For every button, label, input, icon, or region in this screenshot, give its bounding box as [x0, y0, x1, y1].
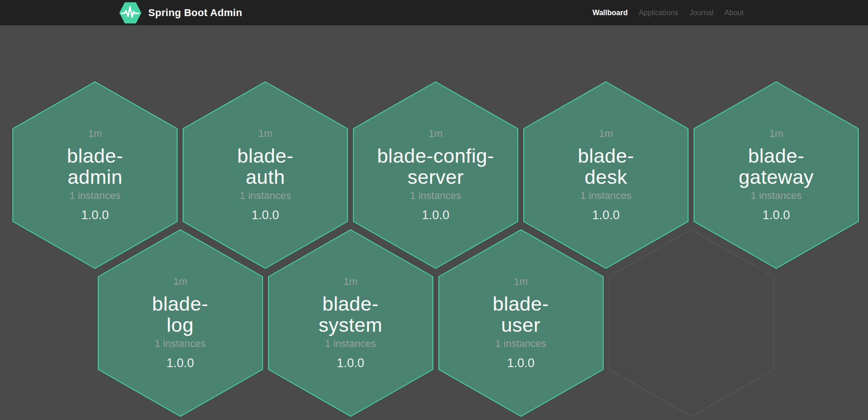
main-nav: WallboardApplicationsJournalAbout — [593, 9, 744, 17]
app-hexagon-blade-system[interactable]: 1mblade-system1 instances1.0.0 — [268, 229, 433, 417]
pulse-hexagon-icon — [118, 1, 142, 24]
empty-hexagon — [609, 229, 774, 417]
hexagon-shape — [98, 229, 263, 417]
app-hexagon-blade-log[interactable]: 1mblade-log1 instances1.0.0 — [98, 229, 263, 417]
app-title: Spring Boot Admin — [148, 7, 242, 19]
nav-item-journal[interactable]: Journal — [689, 9, 713, 17]
top-navbar: Spring Boot Admin WallboardApplicationsJ… — [0, 0, 868, 25]
brand[interactable]: Spring Boot Admin — [118, 1, 242, 24]
wallboard: 1mblade-admin1 instances1.0.01mblade-aut… — [0, 25, 868, 420]
nav-item-about[interactable]: About — [724, 9, 744, 17]
hexagon-shape — [438, 229, 604, 417]
hexagon-shape — [609, 229, 774, 417]
app-hexagon-blade-user[interactable]: 1mblade-user1 instances1.0.0 — [438, 229, 604, 417]
nav-item-wallboard[interactable]: Wallboard — [593, 9, 628, 17]
nav-item-applications[interactable]: Applications — [638, 9, 678, 17]
hexagon-shape — [268, 229, 433, 417]
